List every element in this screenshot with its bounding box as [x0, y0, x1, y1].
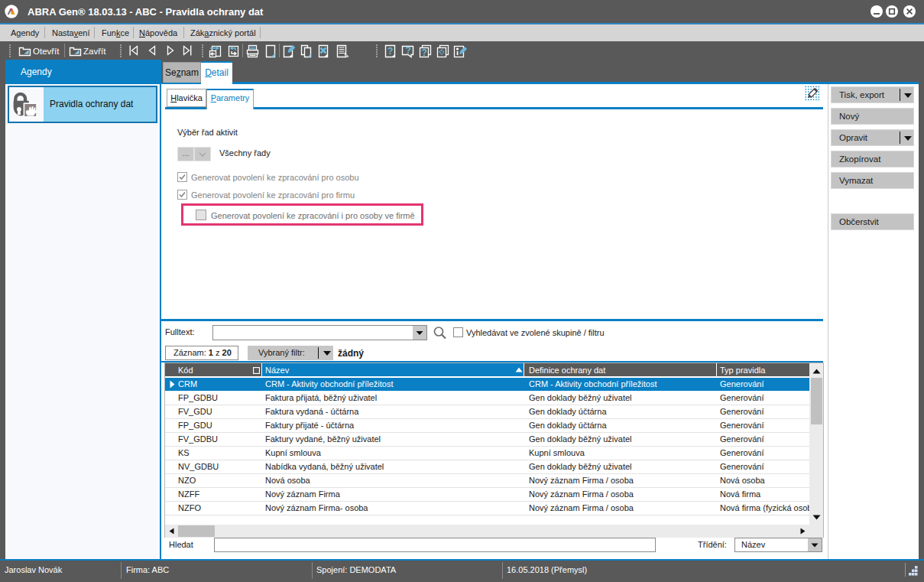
svg-text:?: ? — [406, 45, 411, 56]
svg-text:?: ? — [422, 47, 427, 58]
svg-text:?: ? — [387, 46, 393, 57]
